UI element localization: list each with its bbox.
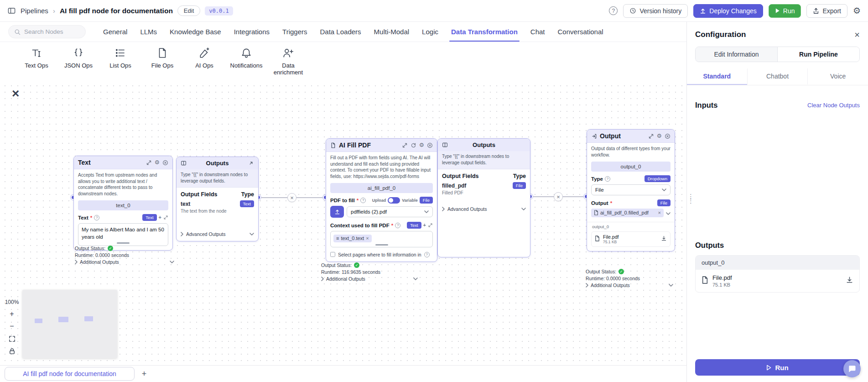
export-button[interactable]: Export: [806, 4, 847, 18]
download-icon[interactable]: [846, 276, 853, 286]
expand-field-icon[interactable]: [428, 223, 433, 228]
tab-general[interactable]: General: [97, 22, 134, 42]
expand-field-icon[interactable]: [163, 215, 168, 220]
sidebar-toggle-button[interactable]: [7, 6, 16, 15]
advanced-outputs-row[interactable]: Advanced Outputs: [177, 228, 258, 241]
palette-item-file-ops[interactable]: File Ops: [141, 47, 183, 69]
disconnect-edge-button[interactable]: ×: [287, 193, 296, 202]
search-nodes-box[interactable]: [8, 25, 86, 38]
upload-variable-toggle[interactable]: [388, 197, 400, 204]
text-input-area[interactable]: My name is Albert Mao and I am 50 years …: [78, 223, 168, 246]
ai-fill-pdf-header[interactable]: AI Fill PDF ⚙: [326, 139, 437, 152]
tab-data-transformation[interactable]: Data Transformation: [445, 22, 524, 42]
additional-outputs-row[interactable]: Additional Outputs: [321, 276, 418, 282]
chat-widget-button[interactable]: [843, 360, 861, 377]
output-node-header[interactable]: Output ⚙: [587, 130, 675, 143]
upload-file-button[interactable]: [330, 206, 344, 218]
output-section-label[interactable]: output_0: [587, 224, 675, 230]
tab-integrations[interactable]: Integrations: [228, 22, 276, 42]
close-icon[interactable]: ×: [12, 87, 19, 100]
run-button-top[interactable]: Run: [769, 4, 801, 18]
field-id-bar[interactable]: output_0: [591, 162, 670, 172]
close-circle-icon[interactable]: [665, 133, 670, 139]
variable-chip[interactable]: ≡ text_0.text ×: [333, 235, 372, 242]
add-variable-icon[interactable]: +: [423, 223, 426, 228]
resize-handle[interactable]: [375, 244, 388, 246]
deploy-changes-button[interactable]: Deploy Changes: [693, 4, 763, 18]
version-history-button[interactable]: Version history: [623, 4, 688, 18]
palette-item-ai-ops[interactable]: AI Ops: [183, 47, 225, 69]
tab-conversational[interactable]: Conversational: [551, 22, 610, 42]
output-field-row[interactable]: text Text: [177, 199, 258, 208]
advanced-outputs-row[interactable]: Advanced Outputs: [438, 203, 530, 216]
help-icon[interactable]: ?: [605, 176, 610, 182]
help-icon[interactable]: ?: [395, 223, 400, 228]
mode-voice[interactable]: Voice: [807, 68, 868, 85]
context-token-box[interactable]: ≡ text_0.text ×: [330, 231, 433, 247]
edit-button[interactable]: Edit: [177, 5, 200, 16]
pipeline-canvas[interactable]: × × × Text ⚙: [0, 81, 686, 365]
output-field-row[interactable]: filled_pdf File: [438, 181, 530, 190]
node-settings-icon[interactable]: ⚙: [657, 133, 662, 139]
output-file-row[interactable]: File.pdf 75.1 KB: [591, 231, 670, 247]
palette-item-notifications[interactable]: Notifications: [225, 47, 267, 69]
zoom-out-button[interactable]: −: [7, 321, 17, 331]
tab-chat[interactable]: Chat: [524, 22, 551, 42]
node-settings-icon[interactable]: ⚙: [419, 142, 424, 148]
panel-resize-handle[interactable]: ⋮⋮: [687, 194, 694, 203]
tab-run-pipeline[interactable]: Run Pipeline: [778, 47, 859, 62]
additional-outputs-row[interactable]: Additional Outputs: [586, 283, 673, 288]
close-icon[interactable]: ×: [854, 30, 860, 39]
zoom-in-button[interactable]: +: [7, 309, 17, 319]
breadcrumb-root[interactable]: Pipelines: [21, 7, 48, 15]
close-circle-icon[interactable]: [427, 142, 433, 148]
mode-standard[interactable]: Standard: [687, 68, 747, 85]
variable-chip[interactable]: ai_fill_pdf_0.filled_pdf ×: [591, 209, 664, 217]
disconnect-edge-button[interactable]: ×: [554, 192, 563, 201]
tab-data-loaders[interactable]: Data Loaders: [314, 22, 368, 42]
settings-gear-icon[interactable]: ⚙: [853, 5, 861, 16]
mode-chatbot[interactable]: Chatbot: [747, 68, 808, 85]
lock-button[interactable]: [7, 346, 17, 356]
close-circle-icon[interactable]: [162, 160, 168, 166]
output-group-header[interactable]: output_0: [696, 256, 859, 270]
text-node[interactable]: Text ⚙ Accepts Text from upstream nodes …: [73, 156, 173, 251]
text-outputs-panel[interactable]: Outputs Type "{{" in downstream nodes to…: [176, 157, 259, 241]
ai-outputs-panel[interactable]: Outputs Type "{{" in downstream nodes to…: [437, 138, 530, 257]
palette-item-text-ops[interactable]: Text Ops: [16, 47, 57, 69]
additional-outputs-row[interactable]: Additional Outputs: [75, 259, 174, 265]
download-icon[interactable]: [661, 235, 667, 243]
minimap[interactable]: [22, 290, 117, 358]
expand-icon[interactable]: [402, 142, 408, 148]
field-id-bar[interactable]: text_0: [78, 200, 168, 210]
pipeline-tab[interactable]: AI fill pdf node for documentation: [5, 367, 135, 381]
add-variable-icon[interactable]: +: [159, 215, 161, 220]
tab-multi-modal[interactable]: Multi-Modal: [368, 22, 416, 42]
chevron-down-icon[interactable]: [666, 212, 670, 215]
version-badge[interactable]: v0.0.1: [205, 6, 233, 16]
help-icon[interactable]: ?: [360, 198, 366, 203]
info-icon[interactable]: ?: [424, 252, 430, 257]
tab-logic[interactable]: Logic: [416, 22, 445, 42]
expand-icon[interactable]: [146, 160, 152, 166]
ai-fill-pdf-node[interactable]: AI Fill PDF ⚙ Fill out a PDF with form f…: [326, 138, 437, 262]
palette-item-json-ops[interactable]: JSON Ops: [57, 47, 99, 69]
add-tab-button[interactable]: +: [138, 368, 150, 380]
palette-item-list-ops[interactable]: List Ops: [99, 47, 141, 69]
output-file-row[interactable]: File.pdf 75.1 KB: [696, 270, 859, 292]
help-icon[interactable]: ?: [609, 6, 618, 15]
remove-icon[interactable]: ×: [366, 235, 369, 241]
remove-icon[interactable]: ×: [658, 210, 661, 215]
field-id-bar[interactable]: ai_fill_pdf_0: [330, 183, 433, 193]
output-node[interactable]: Output ⚙ Output data of different types …: [587, 129, 675, 251]
output-type-select[interactable]: File: [591, 184, 670, 195]
resize-handle[interactable]: [117, 242, 130, 244]
select-pages-checkbox[interactable]: [330, 252, 335, 257]
node-settings-icon[interactable]: ⚙: [155, 160, 160, 166]
pdf-file-select[interactable]: pdffields (2).pdf: [347, 206, 433, 217]
expand-icon[interactable]: [648, 133, 654, 139]
open-external-icon[interactable]: [248, 160, 254, 166]
tab-llms[interactable]: LLMs: [134, 22, 163, 42]
search-input[interactable]: [24, 28, 77, 35]
help-icon[interactable]: ?: [94, 215, 99, 220]
